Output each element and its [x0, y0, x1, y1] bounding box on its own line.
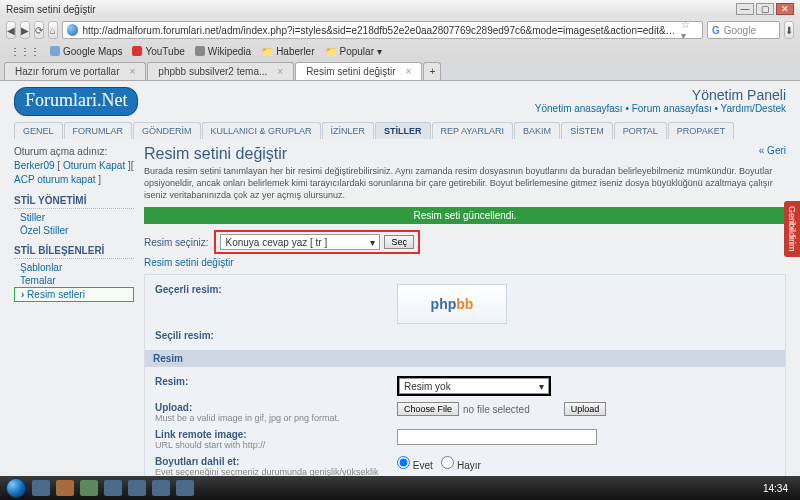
session-info: Oturum açma adınız: Berker09 [ Oturum Ka… [14, 145, 134, 187]
field-label-upload: Upload: [155, 402, 192, 413]
window-maximize-button[interactable]: ▢ [756, 3, 774, 15]
taskbar-clock[interactable]: 14:34 [757, 483, 794, 494]
panel-links: Yönetim anasayfası • Forum anasayfası • … [535, 103, 786, 114]
nav-forward-button[interactable]: ▶ [20, 21, 30, 39]
highlighted-selector: Konuya cevap yaz [ tr ]▾ Seç [214, 230, 420, 254]
field-label-image: Resim: [155, 376, 188, 387]
globe-icon [67, 24, 79, 36]
section-header-image: Resim [145, 350, 785, 367]
window-minimize-button[interactable]: — [736, 3, 754, 15]
main-tab[interactable]: PORTAL [614, 122, 667, 139]
sidebar-link[interactable]: Stiller [14, 211, 134, 224]
browser-navbar: ◀ ▶ ⟳ ⌂ http://admalforum.forumlari.net/… [0, 18, 800, 42]
search-placeholder: Google [724, 25, 756, 36]
google-icon: G [712, 25, 720, 36]
taskbar-icon[interactable] [176, 480, 194, 496]
feedback-tab[interactable]: Geribildirim [784, 201, 800, 257]
logout-link[interactable]: Oturum Kapat [63, 160, 125, 171]
main-panel: « Geri Resim setini değiştir Burada resi… [144, 145, 786, 500]
choose-file-button[interactable]: Choose File [397, 402, 459, 416]
window-close-button[interactable]: ✕ [776, 3, 794, 15]
sidebar-link[interactable]: Temalar [14, 274, 134, 287]
taskbar-icon[interactable] [56, 480, 74, 496]
radio-no[interactable]: Hayır [441, 460, 481, 471]
panel-link[interactable]: Forum anasayfası [632, 103, 712, 114]
sidebar-link[interactable]: Özel Stiller [14, 224, 134, 237]
bookmark-item[interactable]: Google Maps [50, 46, 122, 57]
taskbar-icon[interactable] [128, 480, 146, 496]
apps-button[interactable]: ⋮⋮⋮ [10, 46, 40, 57]
sidebar: Oturum açma adınız: Berker09 [ Oturum Ka… [14, 145, 134, 500]
phpbb-logo-image: phpbb [397, 284, 507, 324]
bookmark-item[interactable]: 📁 Popular ▾ [325, 46, 382, 57]
url-bar[interactable]: http://admalforum.forumlari.net/adm/inde… [62, 21, 703, 39]
windows-taskbar: 14:34 [0, 476, 800, 500]
upload-button[interactable]: Upload [564, 402, 607, 416]
bookmark-star-icon[interactable]: ☆ ▾ [681, 19, 698, 41]
main-tab[interactable]: SİSTEM [561, 122, 613, 139]
taskbar-icon[interactable] [32, 480, 50, 496]
browser-tab[interactable]: Resim setini değiştir× [295, 62, 422, 80]
browser-tab[interactable]: phpbb subsilver2 tema...× [147, 62, 294, 80]
field-label-dims: Boyutları dahil et: [155, 456, 239, 467]
sidebar-group-title: STİL YÖNETİMİ [14, 195, 134, 209]
no-file-text: no file selected [463, 404, 530, 415]
taskbar-icon[interactable] [104, 480, 122, 496]
panel-link[interactable]: Yardım/Destek [721, 103, 786, 114]
downloads-button[interactable]: ⬇ [784, 21, 794, 39]
browser-tab[interactable]: Hazır forum ve portallar× [4, 62, 146, 80]
main-tab[interactable]: GENEL [14, 122, 63, 139]
remote-url-input[interactable] [397, 429, 597, 445]
main-tab[interactable]: KULLANICI & GRUPLAR [202, 122, 321, 139]
start-button[interactable] [6, 478, 26, 498]
browser-chrome: Resim setini değiştir — ▢ ✕ ◀ ▶ ⟳ ⌂ http… [0, 0, 800, 81]
main-tab[interactable]: İZİNLER [322, 122, 375, 139]
nav-back-button[interactable]: ◀ [6, 21, 16, 39]
taskbar-icon[interactable] [80, 480, 98, 496]
main-tab[interactable]: BAKIM [514, 122, 560, 139]
close-icon[interactable]: × [406, 66, 412, 77]
window-titlebar: Resim setini değiştir — ▢ ✕ [0, 0, 800, 18]
bookmark-item[interactable]: YouTube [132, 46, 184, 57]
main-tab[interactable]: PROPAKET [668, 122, 734, 139]
field-label-remote: Link remote image: [155, 429, 247, 440]
taskbar-icon[interactable] [152, 480, 170, 496]
page-content: Geribildirim Forumlari.Net Yönetim Panel… [0, 81, 800, 500]
browser-search-box[interactable]: G Google [707, 21, 780, 39]
page-heading: Resim setini değiştir [144, 145, 786, 163]
new-tab-button[interactable]: + [423, 62, 441, 80]
window-title: Resim setini değiştir [6, 4, 95, 15]
select-button[interactable]: Seç [384, 235, 414, 249]
selected-image-label: Seçili resim: [155, 330, 385, 341]
current-image-label: Geçerli resim: [155, 284, 385, 295]
edit-imageset-link[interactable]: Resim setini değiştir [144, 257, 233, 268]
panel-link[interactable]: Yönetim anasayfası [535, 103, 623, 114]
main-tabs: GENELFORUMLARGÖNDERİMKULLANICI & GRUPLAR… [0, 122, 800, 139]
bookmark-item[interactable]: 📁 Haberler [261, 46, 314, 57]
chevron-down-icon: ▾ [370, 237, 375, 248]
image-select[interactable]: Konuya cevap yaz [ tr ]▾ [220, 234, 380, 250]
main-tab[interactable]: STİLLER [375, 122, 431, 139]
bookmark-item[interactable]: Wikipedia [195, 46, 251, 57]
main-tab[interactable]: REP AYARLARI [432, 122, 514, 139]
back-link[interactable]: « Geri [759, 145, 786, 156]
close-icon[interactable]: × [129, 66, 135, 77]
site-logo[interactable]: Forumlari.Net [14, 87, 138, 116]
success-message: Resim seti güncellendi. [144, 207, 786, 224]
select-image-label: Resim seçiniz: [144, 237, 208, 248]
close-icon[interactable]: × [277, 66, 283, 77]
main-tab[interactable]: FORUMLAR [64, 122, 133, 139]
page-description: Burada resim setini tanımlayan her bir r… [144, 165, 786, 201]
url-text: http://admalforum.forumlari.net/adm/inde… [82, 25, 677, 36]
sidebar-link[interactable]: Şablonlar [14, 261, 134, 274]
image-dropdown[interactable]: Resim yok▾ [399, 378, 549, 394]
sidebar-link-imagesets[interactable]: › Resim setleri [14, 287, 134, 302]
panel-title: Yönetim Paneli [535, 87, 786, 103]
main-tab[interactable]: GÖNDERİM [133, 122, 201, 139]
nav-home-button[interactable]: ⌂ [48, 21, 58, 39]
nav-reload-button[interactable]: ⟳ [34, 21, 44, 39]
bookmarks-bar: ⋮⋮⋮ Google Maps YouTube Wikipedia 📁 Habe… [0, 42, 800, 60]
radio-yes[interactable]: Evet [397, 460, 433, 471]
sidebar-group-title: STİL BİLEŞENLERİ [14, 245, 134, 259]
acp-logout-link[interactable]: ACP oturum kapat [14, 174, 96, 185]
